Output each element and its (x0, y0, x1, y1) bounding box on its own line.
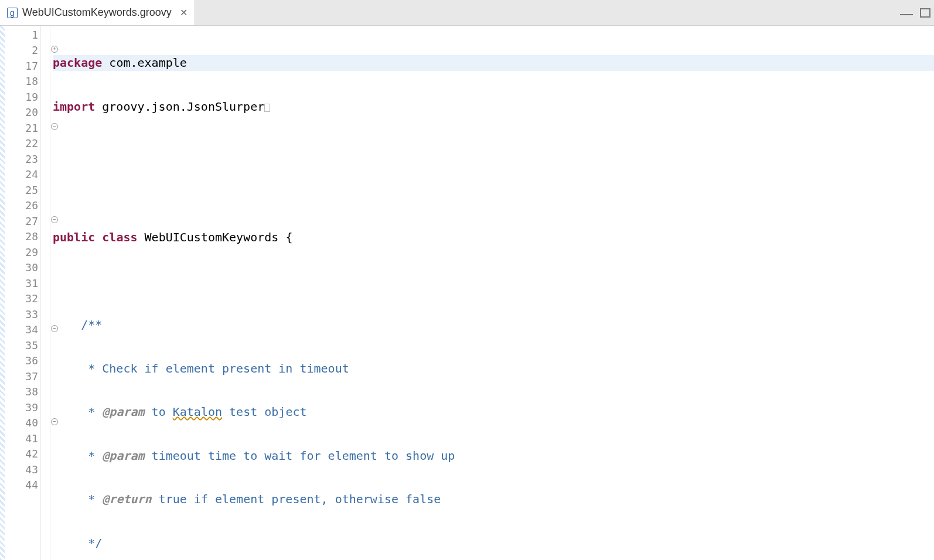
editor-tab[interactable]: g WebUICustomKeywords.groovy ✕ (0, 0, 195, 25)
line-number[interactable]: 29 (5, 244, 40, 260)
line-number[interactable]: 25 (5, 182, 40, 198)
line-number[interactable]: 28 (5, 229, 40, 245)
minimize-icon[interactable] (900, 11, 913, 15)
code-line[interactable]: * @param timeout time to wait for elemen… (53, 448, 934, 464)
code-line[interactable]: package com.example (53, 55, 934, 71)
line-number[interactable]: 26 (5, 198, 40, 214)
fold-expand-icon[interactable]: + (51, 46, 58, 53)
editor: 1 2 17 18 19 20 21 22 23 24 25 26 27 28 … (0, 26, 934, 560)
line-number[interactable]: 27 (5, 213, 40, 229)
line-number[interactable]: 23 (5, 151, 40, 167)
code-line[interactable]: /** (53, 317, 934, 333)
line-number[interactable]: 24 (5, 167, 40, 183)
line-number[interactable]: 2 (5, 43, 40, 59)
code-area[interactable]: package com.example import groovy.json.J… (50, 26, 934, 560)
change-marker-strip (0, 26, 5, 560)
line-number[interactable]: 18 (5, 74, 40, 90)
fold-collapse-icon[interactable]: − (51, 325, 58, 332)
line-number[interactable]: 19 (5, 89, 40, 105)
line-number[interactable]: 32 (5, 291, 40, 307)
code-line[interactable]: * Check if element present in timeout (53, 361, 934, 377)
line-number[interactable]: 42 (5, 446, 40, 462)
line-number[interactable]: 36 (5, 353, 40, 369)
code-line[interactable] (53, 142, 934, 158)
close-tab-icon[interactable]: ✕ (180, 7, 188, 18)
code-line[interactable]: public class WebUICustomKeywords { (53, 230, 934, 245)
line-number[interactable]: 44 (5, 477, 40, 493)
code-line[interactable]: */ (53, 535, 934, 551)
line-number[interactable]: 43 (5, 462, 40, 477)
line-number[interactable]: 21 (5, 120, 40, 136)
fold-collapse-icon[interactable]: − (51, 418, 58, 425)
line-number[interactable]: 39 (5, 399, 40, 415)
code-line[interactable]: * @param to Katalon test object (53, 404, 934, 420)
line-number[interactable]: 17 (5, 58, 40, 74)
groovy-file-icon: g (7, 8, 18, 18)
line-number[interactable]: 31 (5, 275, 40, 291)
editor-toolbar-right (900, 0, 930, 25)
line-number[interactable]: 40 (5, 415, 40, 431)
line-number[interactable]: 35 (5, 337, 40, 353)
code-line[interactable] (53, 274, 934, 289)
line-number[interactable]: 38 (5, 384, 40, 400)
code-line[interactable]: import groovy.json.JsonSlurper (53, 99, 934, 115)
folded-region-icon[interactable] (264, 104, 270, 112)
maximize-icon[interactable] (920, 8, 930, 18)
line-number[interactable]: 30 (5, 260, 40, 276)
line-number[interactable]: 37 (5, 368, 40, 384)
line-number[interactable]: 22 (5, 136, 40, 152)
line-number-gutter: 1 2 17 18 19 20 21 22 23 24 25 26 27 28 … (5, 26, 41, 560)
tab-bar: g WebUICustomKeywords.groovy ✕ (0, 0, 934, 26)
line-number[interactable]: 34 (5, 322, 40, 338)
fold-column: + − − − − (41, 26, 50, 560)
code-line[interactable]: * @return true if element present, other… (53, 491, 934, 507)
line-number[interactable]: 41 (5, 431, 40, 446)
line-number[interactable]: 20 (5, 105, 40, 121)
line-number[interactable]: 1 (5, 27, 40, 43)
tab-filename: WebUICustomKeywords.groovy (22, 6, 172, 19)
line-number[interactable]: 33 (5, 306, 40, 322)
code-line[interactable] (53, 186, 934, 202)
